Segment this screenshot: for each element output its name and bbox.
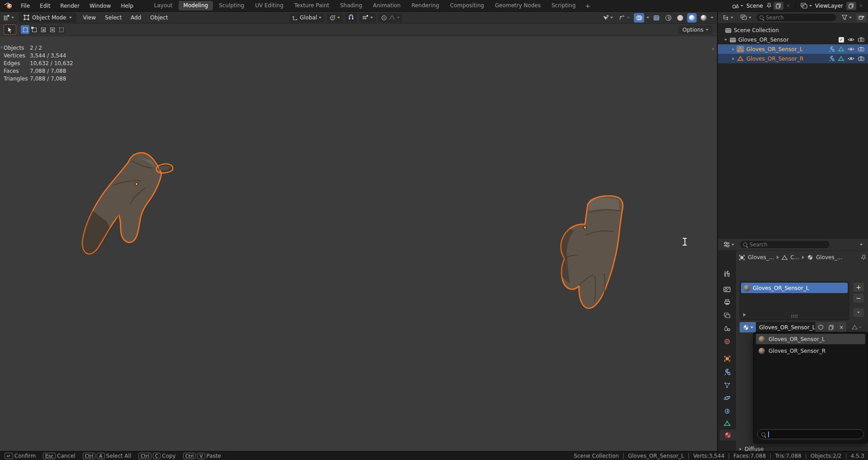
breadcrumb-object[interactable]: Gloves_...: [748, 254, 774, 261]
slot-list-expander-icon[interactable]: [743, 313, 746, 317]
outliner-filter-button[interactable]: [839, 14, 854, 20]
transform-orientation-selector[interactable]: Global: [289, 13, 324, 23]
link-material-to-selector[interactable]: [849, 322, 864, 332]
unlink-material-button[interactable]: ×: [836, 322, 846, 332]
tab-modeling[interactable]: Modeling: [179, 1, 213, 10]
glove-left-object[interactable]: [82, 153, 173, 254]
object-visibility-selector[interactable]: [600, 13, 615, 23]
popup-item-gloves-r[interactable]: Gloves_OR_Sensor_R: [756, 346, 865, 356]
view-layer-selector[interactable]: ViewLayer ×: [798, 0, 866, 12]
outliner-row-gloves-l[interactable]: Gloves_OR_Sensor_L: [718, 44, 868, 54]
outliner-row-scene-collection[interactable]: Scene Collection: [718, 25, 868, 35]
menu-window[interactable]: Window: [85, 0, 116, 12]
outliner-row-collection-gloves[interactable]: Gloves_OR_Sensor ✓: [718, 35, 868, 44]
tab-rendering[interactable]: Rendering: [406, 1, 444, 10]
tab-layout[interactable]: Layout: [149, 1, 178, 10]
glove-right-object[interactable]: [561, 196, 623, 308]
properties-search-input[interactable]: [750, 242, 826, 248]
tab-scripting[interactable]: Scripting: [547, 1, 580, 10]
tab-constraints[interactable]: [721, 406, 733, 417]
scene-dropdown-icon[interactable]: [741, 5, 743, 7]
tab-physics[interactable]: [721, 393, 733, 403]
tab-texture-paint[interactable]: Texture Paint: [289, 1, 334, 10]
add-material-slot-button[interactable]: +: [853, 282, 864, 292]
select-mode-extend-button[interactable]: [30, 25, 38, 34]
mode-selector[interactable]: Object Mode: [19, 13, 76, 22]
menu-render[interactable]: Render: [55, 0, 85, 12]
outliner-editor-type-selector[interactable]: [720, 14, 736, 20]
menu-add[interactable]: Add: [126, 14, 146, 21]
outliner-row-gloves-r[interactable]: Gloves_OR_Sensor_R: [718, 54, 868, 63]
browse-material-button[interactable]: [740, 322, 756, 332]
collapse-icon[interactable]: [724, 39, 727, 41]
disable-render-camera-icon[interactable]: [858, 37, 864, 42]
fake-user-button[interactable]: [815, 322, 826, 332]
disable-render-camera-icon[interactable]: [858, 56, 864, 61]
tab-modifiers[interactable]: [721, 366, 733, 377]
properties-editor-type-selector[interactable]: [721, 242, 737, 247]
tab-geometry-nodes[interactable]: Geometry Nodes: [490, 1, 546, 10]
material-specials-button[interactable]: [853, 308, 864, 318]
view-layer-name[interactable]: ViewLayer: [814, 3, 844, 9]
collection-checkbox[interactable]: ✓: [839, 37, 844, 43]
outliner-display-mode-selector[interactable]: [738, 14, 754, 20]
list-resize-grip[interactable]: [791, 314, 798, 318]
snap-target-selector[interactable]: [359, 13, 376, 23]
tab-object[interactable]: [721, 353, 733, 364]
xray-toggle[interactable]: [651, 13, 661, 23]
blender-logo-icon[interactable]: [0, 2, 16, 9]
menu-object[interactable]: Object: [146, 14, 172, 21]
new-material-button[interactable]: [826, 322, 836, 332]
tab-view-layer[interactable]: [721, 310, 733, 321]
disable-render-camera-icon[interactable]: [858, 47, 864, 52]
pin-id-icon[interactable]: [861, 255, 866, 261]
select-mode-intersect-button[interactable]: [57, 25, 66, 34]
material-slot-list[interactable]: Gloves_OR_Sensor_L: [740, 281, 849, 320]
tab-shading[interactable]: Shading: [335, 1, 367, 10]
add-workspace-button[interactable]: +: [581, 2, 594, 9]
menu-select[interactable]: Select: [100, 14, 126, 21]
view-layer-dropdown-icon[interactable]: [809, 5, 812, 7]
viewport-3d[interactable]: Objects2 / 2 Vertices3,544 / 3,544 Edges…: [0, 36, 717, 451]
active-tool-tweak-button[interactable]: [4, 24, 16, 35]
menu-view[interactable]: View: [79, 14, 100, 21]
scene-name[interactable]: Scene: [745, 3, 764, 9]
tab-scene[interactable]: [721, 323, 733, 334]
tab-sculpting[interactable]: Sculpting: [214, 1, 249, 10]
pin-icon[interactable]: [766, 3, 772, 9]
expand-icon[interactable]: [732, 57, 734, 60]
overlays-dropdown-icon[interactable]: [646, 17, 649, 19]
pivot-point-selector[interactable]: [327, 13, 343, 23]
menu-help[interactable]: Help: [116, 0, 138, 12]
options-button[interactable]: Options: [679, 25, 712, 34]
remove-material-slot-button[interactable]: −: [853, 293, 864, 303]
snap-toggle[interactable]: [345, 13, 357, 23]
hide-eye-icon[interactable]: [848, 47, 854, 52]
properties-options-dropdown-icon[interactable]: [860, 244, 863, 246]
popup-search-field[interactable]: [757, 429, 864, 439]
gizmos-toggle[interactable]: [617, 13, 632, 23]
tab-tool[interactable]: [721, 268, 733, 279]
proportional-editing-toggle[interactable]: [378, 13, 402, 23]
new-collection-button[interactable]: [856, 14, 866, 22]
outliner-search-input[interactable]: [766, 14, 833, 21]
tab-render[interactable]: [721, 284, 733, 294]
scene-selector[interactable]: Scene ×: [730, 0, 793, 12]
shading-solid-button[interactable]: [675, 13, 685, 23]
tab-animation[interactable]: Animation: [368, 1, 406, 10]
tab-particles[interactable]: [721, 379, 733, 390]
tab-output[interactable]: [721, 297, 733, 308]
tab-material[interactable]: [720, 430, 736, 441]
overlays-toggle[interactable]: [634, 13, 644, 23]
outliner-search[interactable]: [756, 13, 837, 22]
menu-edit[interactable]: Edit: [35, 0, 55, 12]
select-mode-subtract-button[interactable]: [39, 25, 47, 34]
expand-icon[interactable]: [732, 48, 734, 51]
select-mode-invert-button[interactable]: [48, 25, 57, 34]
tab-world[interactable]: [721, 336, 733, 347]
view-layer-new-button[interactable]: [846, 2, 856, 10]
hide-eye-icon[interactable]: [848, 56, 854, 61]
editor-type-selector[interactable]: [0, 14, 17, 21]
material-name-field[interactable]: Gloves_OR_Sensor_L: [756, 322, 815, 332]
popup-item-gloves-l[interactable]: Gloves_OR_Sensor_L: [756, 334, 865, 344]
